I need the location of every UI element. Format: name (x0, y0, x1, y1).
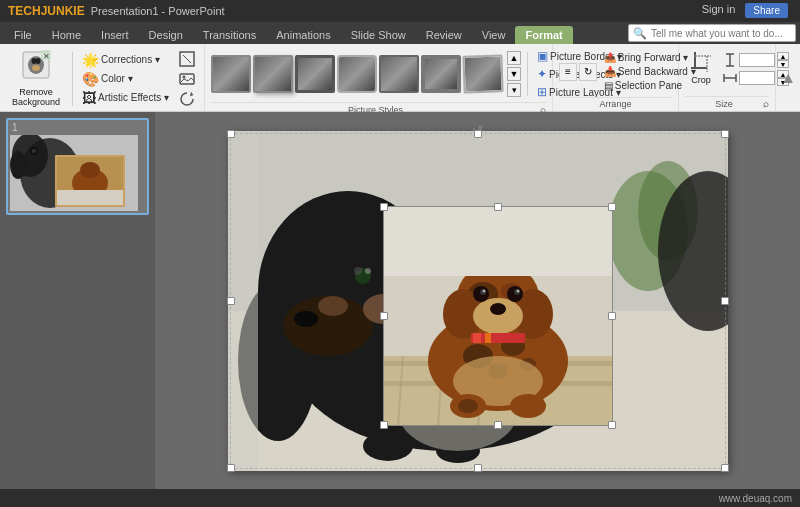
search-icon: 🔍 (633, 27, 647, 40)
arrange-group: ≡ ↻ 📤 Bring Forward ▾ 📥 Send Backward ▾ … (553, 44, 679, 111)
svg-text:✕: ✕ (43, 52, 50, 61)
picture-styles-group: ▲ ▼ ▾ ▣ Picture Border ▾ ✦ Picture Effec… (205, 44, 553, 111)
artistic-label: Artistic Effects ▾ (98, 92, 169, 103)
selection-pane-label: Selection Pane (615, 80, 682, 91)
tab-insert[interactable]: Insert (91, 26, 139, 44)
size-footer: Size ⌕ (685, 96, 769, 109)
styles-expand[interactable]: ▾ (507, 83, 521, 97)
height-input[interactable] (739, 53, 775, 67)
slide-canvas (228, 131, 728, 471)
tab-review[interactable]: Review (416, 26, 472, 44)
search-input[interactable] (651, 28, 791, 39)
share-button[interactable]: Share (745, 3, 788, 18)
style-thumb-3[interactable] (337, 55, 377, 93)
size-content: Crop ▲ ▼ ▲ ▼ (685, 48, 789, 94)
styles-scroll-up[interactable]: ▲ (507, 51, 521, 65)
adjust-content: ✕ RemoveBackground 🌟 Corrections ▾ 🎨 Col… (6, 48, 198, 110)
style-thumb-1[interactable] (253, 55, 293, 93)
crop-icon (689, 50, 713, 74)
svg-point-24 (10, 151, 26, 179)
overlay-dog-svg (383, 206, 613, 426)
size-expand-icon[interactable]: ⌕ (763, 98, 769, 109)
tab-design[interactable]: Design (139, 26, 193, 44)
width-input[interactable] (739, 71, 775, 85)
svg-point-77 (482, 289, 485, 292)
corrections-label: Corrections ▾ (101, 54, 160, 65)
svg-point-78 (516, 289, 519, 292)
brand-logo: TECHJUNKIE (8, 4, 85, 18)
compress-button[interactable] (176, 50, 198, 68)
crop-label: Crop (691, 75, 711, 85)
main-area: 1 (0, 112, 800, 489)
ribbon-tabs: File Home Insert Design Transitions Anim… (0, 22, 800, 44)
change-picture-button[interactable] (176, 70, 198, 88)
adjust-icons-col (176, 50, 198, 108)
tab-transitions[interactable]: Transitions (193, 26, 266, 44)
titlebar-right: Sign in Share (702, 3, 792, 20)
svg-point-42 (354, 267, 362, 275)
app-title: Presentation1 - PowerPoint (91, 5, 225, 17)
remove-bg-label: RemoveBackground (12, 88, 60, 108)
titlebar-left: TECHJUNKIE Presentation1 - PowerPoint (8, 4, 225, 18)
svg-rect-85 (383, 206, 613, 276)
corrections-button[interactable]: 🌟 Corrections ▾ (79, 51, 172, 69)
expand-ribbon-icon[interactable]: ▲ (780, 69, 796, 87)
artistic-effects-button[interactable]: 🖼 Artistic Effects ▾ (79, 89, 172, 107)
slide-thumbnail-inner (10, 135, 138, 211)
search-bar[interactable]: 🔍 (628, 24, 796, 42)
adjust-small-buttons: 🌟 Corrections ▾ 🎨 Color ▾ 🖼 Artistic Eff… (79, 51, 172, 107)
tab-format[interactable]: Format (515, 26, 572, 44)
color-button[interactable]: 🎨 Color ▾ (79, 70, 172, 88)
size-group: Crop ▲ ▼ ▲ ▼ (679, 44, 776, 111)
change-picture-icon (179, 71, 195, 87)
reset-icon (179, 91, 195, 107)
svg-rect-81 (485, 333, 491, 343)
tab-animations[interactable]: Animations (266, 26, 340, 44)
rotate-button[interactable]: ↻ (579, 63, 597, 81)
width-icon (723, 71, 737, 85)
style-thumb-5[interactable] (421, 55, 461, 93)
tab-slideshow[interactable]: Slide Show (341, 26, 416, 44)
adjust-group: ✕ RemoveBackground 🌟 Corrections ▾ 🎨 Col… (0, 44, 205, 111)
style-thumb-0[interactable] (211, 55, 251, 93)
svg-rect-52 (228, 131, 258, 471)
slide-thumb-1[interactable]: 1 (6, 118, 149, 215)
tab-view[interactable]: View (472, 26, 516, 44)
statusbar: www.deuaq.com (0, 489, 800, 507)
corrections-icon: 🌟 (82, 52, 99, 68)
picture-styles-thumbnails (211, 55, 503, 93)
ribbon-expand[interactable]: ▲ (776, 44, 800, 111)
compress-icon (179, 51, 195, 67)
reset-picture-button[interactable] (176, 90, 198, 108)
svg-rect-80 (473, 333, 481, 343)
selection-pane-icon: ▤ (604, 80, 613, 91)
effects-icon: ✦ (537, 67, 547, 81)
svg-point-83 (510, 394, 546, 418)
styles-scroll-down[interactable]: ▼ (507, 67, 521, 81)
selected-image-container[interactable] (383, 206, 613, 426)
titlebar: TECHJUNKIE Presentation1 - PowerPoint Si… (0, 0, 800, 22)
svg-point-4 (32, 65, 40, 71)
slide-panel: 1 (0, 112, 155, 489)
arrange-row1: ≡ ↻ 📤 Bring Forward ▾ 📥 Send Backward ▾ … (559, 51, 699, 92)
remove-bg-icon: ✕ (21, 50, 51, 86)
styles-scroll-arrows: ▲ ▼ ▾ (507, 51, 521, 97)
tab-home[interactable]: Home (42, 26, 91, 44)
height-icon (723, 53, 737, 67)
style-thumb-4[interactable] (379, 55, 419, 93)
ribbon: ✕ RemoveBackground 🌟 Corrections ▾ 🎨 Col… (0, 44, 800, 112)
svg-line-8 (183, 55, 191, 63)
svg-point-10 (183, 75, 186, 78)
style-thumb-2[interactable] (295, 55, 335, 93)
style-thumb-6[interactable] (462, 54, 503, 93)
align-button[interactable]: ≡ (559, 63, 577, 81)
signin-link[interactable]: Sign in (702, 3, 736, 20)
tab-file[interactable]: File (4, 26, 42, 44)
crop-button[interactable]: Crop (685, 48, 717, 87)
remove-background-button[interactable]: ✕ RemoveBackground (6, 48, 66, 110)
slide-number: 1 (10, 122, 145, 133)
bring-forward-label: Bring Forward ▾ (618, 52, 689, 63)
slide-thumbnail-svg (10, 135, 138, 211)
canvas-area: ↺ (155, 112, 800, 489)
bring-forward-icon: 📤 (604, 52, 616, 63)
